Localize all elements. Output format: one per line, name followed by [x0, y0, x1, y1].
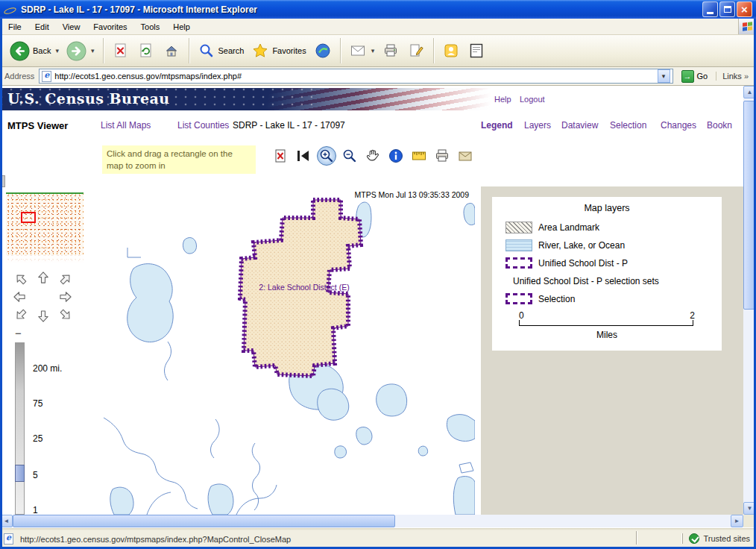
- map-canvas[interactable]: [102, 188, 475, 515]
- menu-tools[interactable]: Tools: [134, 19, 167, 34]
- zoom-out-icon: [341, 147, 359, 165]
- nav-link-changes[interactable]: Changes: [661, 120, 696, 131]
- scale-start-label: 0: [519, 310, 524, 321]
- legend-label: Unified School Dist - P selection sets: [513, 276, 659, 286]
- favorites-button[interactable]: Favorites: [248, 40, 309, 61]
- hint-line-1: Click and drag a rectangle on the: [107, 148, 251, 160]
- nav-link-bookmarks[interactable]: Bookn: [707, 120, 732, 131]
- print-button[interactable]: [378, 40, 403, 61]
- legend-label: Area Landmark: [538, 222, 599, 233]
- go-arrow-icon: →: [681, 70, 694, 83]
- page-viewport: U.S. Census Bureau Help Logout MTPS View…: [0, 86, 743, 515]
- browser-toolbar: Back Search Favorites: [0, 35, 756, 67]
- home-button[interactable]: [159, 40, 184, 61]
- security-zone-label: Trusted sites: [703, 534, 750, 543]
- horizontal-scrollbar[interactable]: ◄ ►: [0, 515, 743, 527]
- horizontal-scroll-thumb[interactable]: [13, 515, 395, 527]
- pan-west-button[interactable]: [10, 288, 29, 305]
- pan-north-button[interactable]: [34, 269, 53, 286]
- maximize-button[interactable]: [719, 1, 735, 17]
- address-input[interactable]: http://ecots1.geo.census.gov/mtpsmaps/in…: [39, 69, 672, 84]
- previous-view-button[interactable]: [294, 146, 313, 166]
- zoom-slider-track[interactable]: [15, 342, 25, 515]
- media-icon: [314, 42, 332, 60]
- current-map-title: SDRP - Lake IL - 17 - 17097: [233, 120, 345, 131]
- nav-link-legend[interactable]: Legend: [481, 120, 513, 131]
- area-landmark-swatch: [505, 222, 532, 233]
- address-dropdown-icon[interactable]: ▾: [658, 69, 670, 83]
- list-counties-link[interactable]: List Counties: [177, 120, 229, 131]
- legend-row-selection-sets: Unified School Dist - P selection sets: [492, 274, 722, 289]
- census-header: U.S. Census Bureau Help Logout: [0, 88, 743, 110]
- pan-south-button[interactable]: [34, 307, 53, 324]
- media-button[interactable]: [310, 40, 336, 61]
- mail-button[interactable]: [345, 40, 379, 61]
- toolbar-separator: [340, 38, 341, 63]
- pan-east-button[interactable]: [56, 288, 75, 305]
- back-button[interactable]: Back: [6, 40, 63, 63]
- help-link[interactable]: Help: [494, 95, 511, 104]
- arrow-east-icon: [58, 289, 73, 304]
- go-label: Go: [697, 72, 708, 81]
- export-map-button[interactable]: [456, 146, 475, 166]
- go-button[interactable]: → Go: [678, 69, 712, 84]
- pan-southeast-button[interactable]: [56, 306, 75, 323]
- pan-northeast-button[interactable]: [56, 270, 75, 287]
- logout-link[interactable]: Logout: [520, 95, 545, 104]
- arrow-northeast-icon: [58, 272, 73, 286]
- minimize-button[interactable]: [702, 1, 718, 17]
- close-map-button[interactable]: [271, 146, 290, 166]
- mtps-nav-bar: MTPS Viewer List All Maps List Counties …: [0, 110, 743, 140]
- nav-link-dataview[interactable]: Dataview: [561, 120, 598, 131]
- search-button[interactable]: Search: [194, 40, 248, 61]
- menu-edit[interactable]: Edit: [28, 19, 56, 34]
- scroll-right-icon[interactable]: ►: [731, 515, 743, 527]
- legend-title: Map layers: [492, 203, 722, 213]
- back-label: Back: [33, 46, 51, 55]
- overview-water-band: [6, 255, 84, 263]
- census-bureau-title: U.S. Census Bureau: [7, 90, 170, 107]
- menu-favorites[interactable]: Favorites: [86, 19, 133, 34]
- maximize-icon: [724, 6, 731, 13]
- arrow-west-icon: [12, 289, 27, 304]
- zoom-label-75: 75: [33, 398, 42, 409]
- stop-button[interactable]: [108, 40, 133, 61]
- legend-row-school-dist: Unified School Dist - P: [492, 257, 722, 272]
- edit-button[interactable]: [403, 40, 429, 61]
- pan-southwest-button[interactable]: [11, 306, 31, 323]
- right-panel: Map layers Area Landmark River, Lake, or…: [481, 186, 743, 515]
- toolbar-separator: [433, 38, 434, 63]
- zoom-slider-thumb[interactable]: [15, 465, 25, 482]
- print-map-button[interactable]: [432, 146, 452, 166]
- links-button[interactable]: Links: [716, 72, 752, 81]
- measure-button[interactable]: [409, 146, 429, 166]
- close-button[interactable]: [737, 1, 752, 17]
- forward-button[interactable]: [63, 40, 98, 63]
- nav-link-layers[interactable]: Layers: [524, 120, 551, 131]
- overview-extent-rectangle[interactable]: [21, 212, 36, 223]
- menu-help[interactable]: Help: [166, 19, 197, 34]
- info-icon: [387, 147, 405, 165]
- zoom-in-button[interactable]: [317, 146, 336, 166]
- favorites-label: Favorites: [272, 46, 306, 55]
- trusted-sites-icon: [689, 533, 699, 544]
- nav-link-selection[interactable]: Selection: [610, 120, 646, 131]
- pan-button[interactable]: [363, 146, 382, 166]
- overview-map[interactable]: [6, 192, 84, 263]
- discuss-button[interactable]: [464, 40, 489, 61]
- refresh-button[interactable]: [133, 40, 159, 61]
- scale-bar: [519, 320, 693, 326]
- zoom-out-button[interactable]: [340, 146, 359, 166]
- arrow-southwest-icon: [13, 307, 28, 322]
- legend-row-area-landmark: Area Landmark: [492, 221, 722, 236]
- legend-label: River, Lake, or Ocean: [538, 240, 625, 251]
- menu-file[interactable]: File: [1, 19, 28, 34]
- list-all-maps-link[interactable]: List All Maps: [101, 120, 151, 131]
- scale-unit-label: Miles: [492, 330, 722, 340]
- menu-view[interactable]: View: [56, 19, 87, 34]
- info-button[interactable]: [386, 146, 406, 166]
- pan-northwest-button[interactable]: [11, 270, 31, 287]
- messenger-button[interactable]: [438, 40, 464, 61]
- messenger-icon: [442, 42, 460, 60]
- zoom-in-icon: [318, 147, 336, 165]
